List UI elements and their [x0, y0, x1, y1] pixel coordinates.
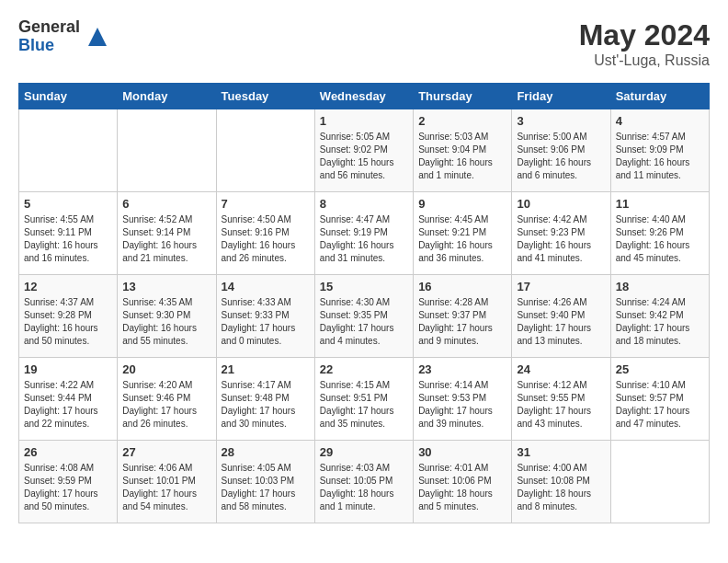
calendar-cell: 13Sunrise: 4:35 AM Sunset: 9:30 PM Dayli… — [118, 275, 216, 358]
logo-icon — [84, 23, 111, 51]
calendar-cell: 28Sunrise: 4:05 AM Sunset: 10:03 PM Dayl… — [216, 441, 314, 523]
calendar-cell: 20Sunrise: 4:20 AM Sunset: 9:46 PM Dayli… — [118, 358, 216, 441]
header-tuesday: Tuesday — [216, 84, 314, 109]
day-info: Sunrise: 4:35 AM Sunset: 9:30 PM Dayligh… — [122, 296, 210, 348]
day-number: 31 — [517, 445, 605, 459]
page-header: General Blue May 2024 Ust'-Luga, Russia — [18, 18, 710, 69]
calendar-cell: 8Sunrise: 4:47 AM Sunset: 9:19 PM Daylig… — [314, 192, 413, 275]
day-info: Sunrise: 4:57 AM Sunset: 9:09 PM Dayligh… — [616, 131, 704, 182]
month-title: May 2024 — [579, 18, 710, 52]
day-number: 16 — [418, 280, 506, 293]
day-number: 8 — [320, 197, 408, 211]
day-info: Sunrise: 4:47 AM Sunset: 9:19 PM Dayligh… — [320, 213, 408, 265]
calendar-header: Sunday Monday Tuesday Wednesday Thursday… — [19, 84, 710, 109]
calendar-week-4: 19Sunrise: 4:22 AM Sunset: 9:44 PM Dayli… — [19, 358, 710, 441]
logo-text: General Blue — [18, 18, 80, 55]
logo-blue: Blue — [18, 37, 80, 55]
day-info: Sunrise: 4:15 AM Sunset: 9:51 PM Dayligh… — [320, 379, 408, 431]
day-info: Sunrise: 4:50 AM Sunset: 9:16 PM Dayligh… — [222, 213, 310, 265]
day-info: Sunrise: 4:33 AM Sunset: 9:33 PM Dayligh… — [222, 296, 310, 348]
day-info: Sunrise: 4:08 AM Sunset: 9:59 PM Dayligh… — [24, 462, 112, 513]
calendar-cell — [19, 109, 118, 192]
calendar-cell: 6Sunrise: 4:52 AM Sunset: 9:14 PM Daylig… — [118, 192, 216, 275]
header-thursday: Thursday — [414, 84, 512, 109]
calendar-cell: 19Sunrise: 4:22 AM Sunset: 9:44 PM Dayli… — [19, 358, 118, 441]
calendar-cell: 4Sunrise: 4:57 AM Sunset: 9:09 PM Daylig… — [610, 109, 709, 192]
calendar-table: Sunday Monday Tuesday Wednesday Thursday… — [18, 83, 710, 523]
day-info: Sunrise: 4:45 AM Sunset: 9:21 PM Dayligh… — [418, 213, 506, 265]
calendar-cell: 1Sunrise: 5:05 AM Sunset: 9:02 PM Daylig… — [314, 109, 413, 192]
calendar-cell: 23Sunrise: 4:14 AM Sunset: 9:53 PM Dayli… — [414, 358, 512, 441]
calendar-week-1: 1Sunrise: 5:05 AM Sunset: 9:02 PM Daylig… — [19, 109, 710, 192]
calendar-cell: 10Sunrise: 4:42 AM Sunset: 9:23 PM Dayli… — [512, 192, 610, 275]
calendar-cell: 12Sunrise: 4:37 AM Sunset: 9:28 PM Dayli… — [19, 275, 118, 358]
day-info: Sunrise: 4:37 AM Sunset: 9:28 PM Dayligh… — [24, 296, 112, 348]
day-number: 9 — [418, 197, 506, 211]
calendar-cell: 27Sunrise: 4:06 AM Sunset: 10:01 PM Dayl… — [118, 441, 216, 523]
calendar-cell: 25Sunrise: 4:10 AM Sunset: 9:57 PM Dayli… — [610, 358, 709, 441]
location: Ust'-Luga, Russia — [579, 52, 710, 69]
day-number: 20 — [122, 362, 210, 376]
day-info: Sunrise: 5:00 AM Sunset: 9:06 PM Dayligh… — [517, 131, 605, 182]
header-row: Sunday Monday Tuesday Wednesday Thursday… — [19, 84, 710, 109]
day-number: 30 — [418, 445, 506, 459]
day-number: 5 — [24, 197, 112, 211]
calendar-cell: 16Sunrise: 4:28 AM Sunset: 9:37 PM Dayli… — [414, 275, 512, 358]
calendar-cell — [216, 109, 314, 192]
day-number: 11 — [616, 197, 704, 211]
calendar-cell — [610, 441, 709, 523]
day-number: 28 — [222, 445, 310, 459]
header-friday: Friday — [512, 84, 610, 109]
day-number: 25 — [616, 362, 704, 376]
calendar-cell — [118, 109, 216, 192]
day-number: 13 — [122, 280, 210, 293]
title-section: May 2024 Ust'-Luga, Russia — [579, 18, 710, 69]
day-info: Sunrise: 4:42 AM Sunset: 9:23 PM Dayligh… — [517, 213, 605, 265]
day-number: 19 — [24, 362, 112, 376]
day-info: Sunrise: 4:55 AM Sunset: 9:11 PM Dayligh… — [24, 213, 112, 265]
day-info: Sunrise: 4:03 AM Sunset: 10:05 PM Daylig… — [320, 462, 408, 513]
day-info: Sunrise: 4:06 AM Sunset: 10:01 PM Daylig… — [122, 462, 210, 513]
calendar-week-3: 12Sunrise: 4:37 AM Sunset: 9:28 PM Dayli… — [19, 275, 710, 358]
day-number: 1 — [320, 114, 408, 128]
day-number: 6 — [122, 197, 210, 211]
logo: General Blue — [18, 18, 111, 55]
day-info: Sunrise: 5:05 AM Sunset: 9:02 PM Dayligh… — [320, 131, 408, 182]
header-monday: Monday — [118, 84, 216, 109]
day-info: Sunrise: 4:05 AM Sunset: 10:03 PM Daylig… — [222, 462, 310, 513]
day-info: Sunrise: 4:17 AM Sunset: 9:48 PM Dayligh… — [222, 379, 310, 431]
day-number: 24 — [517, 362, 605, 376]
day-number: 23 — [418, 362, 506, 376]
calendar-week-2: 5Sunrise: 4:55 AM Sunset: 9:11 PM Daylig… — [19, 192, 710, 275]
day-number: 29 — [320, 445, 408, 459]
day-info: Sunrise: 4:24 AM Sunset: 9:42 PM Dayligh… — [616, 296, 704, 348]
day-info: Sunrise: 4:30 AM Sunset: 9:35 PM Dayligh… — [320, 296, 408, 348]
calendar-cell: 9Sunrise: 4:45 AM Sunset: 9:21 PM Daylig… — [414, 192, 512, 275]
day-number: 2 — [418, 114, 506, 128]
day-info: Sunrise: 4:22 AM Sunset: 9:44 PM Dayligh… — [24, 379, 112, 431]
header-saturday: Saturday — [610, 84, 709, 109]
day-number: 18 — [616, 280, 704, 293]
day-info: Sunrise: 4:14 AM Sunset: 9:53 PM Dayligh… — [418, 379, 506, 431]
calendar-cell: 22Sunrise: 4:15 AM Sunset: 9:51 PM Dayli… — [314, 358, 413, 441]
day-number: 4 — [616, 114, 704, 128]
calendar-cell: 26Sunrise: 4:08 AM Sunset: 9:59 PM Dayli… — [19, 441, 118, 523]
svg-marker-0 — [88, 28, 107, 46]
calendar-cell: 14Sunrise: 4:33 AM Sunset: 9:33 PM Dayli… — [216, 275, 314, 358]
day-number: 10 — [517, 197, 605, 211]
header-sunday: Sunday — [19, 84, 118, 109]
day-number: 3 — [517, 114, 605, 128]
day-number: 12 — [24, 280, 112, 293]
day-number: 17 — [517, 280, 605, 293]
day-info: Sunrise: 4:20 AM Sunset: 9:46 PM Dayligh… — [122, 379, 210, 431]
day-number: 22 — [320, 362, 408, 376]
day-number: 21 — [222, 362, 310, 376]
calendar-cell: 3Sunrise: 5:00 AM Sunset: 9:06 PM Daylig… — [512, 109, 610, 192]
calendar-cell: 2Sunrise: 5:03 AM Sunset: 9:04 PM Daylig… — [414, 109, 512, 192]
calendar-week-5: 26Sunrise: 4:08 AM Sunset: 9:59 PM Dayli… — [19, 441, 710, 523]
calendar-cell: 21Sunrise: 4:17 AM Sunset: 9:48 PM Dayli… — [216, 358, 314, 441]
day-info: Sunrise: 4:12 AM Sunset: 9:55 PM Dayligh… — [517, 379, 605, 431]
day-info: Sunrise: 4:00 AM Sunset: 10:08 PM Daylig… — [517, 462, 605, 513]
calendar-body: 1Sunrise: 5:05 AM Sunset: 9:02 PM Daylig… — [19, 109, 710, 523]
calendar-cell: 17Sunrise: 4:26 AM Sunset: 9:40 PM Dayli… — [512, 275, 610, 358]
